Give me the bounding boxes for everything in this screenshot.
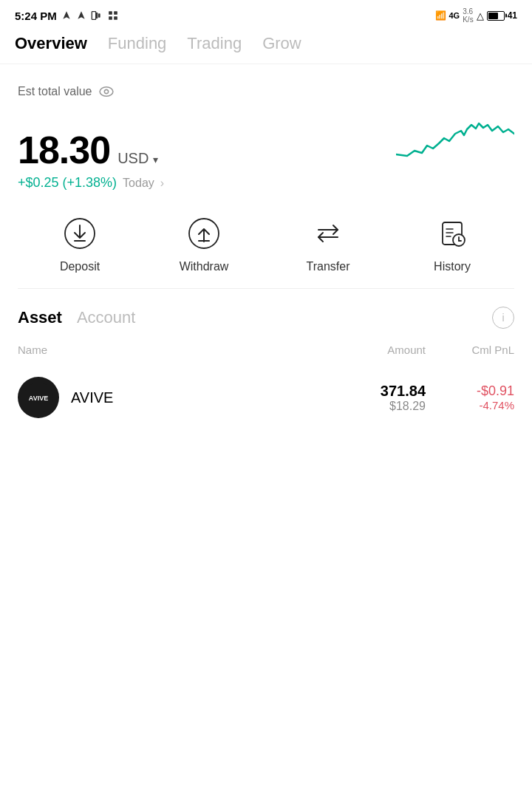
- history-button[interactable]: History: [390, 214, 514, 273]
- col-pnl-header: Cml PnL: [426, 344, 514, 356]
- asset-logo-avive: AVIVE: [18, 377, 59, 418]
- asset-pnl-value: -$0.91: [426, 383, 514, 399]
- asset-amount-usd: $18.29: [307, 400, 426, 413]
- svg-rect-5: [109, 16, 112, 20]
- location-icon: [61, 10, 72, 21]
- svg-rect-0: [92, 12, 95, 20]
- nfc-icon: [91, 10, 103, 21]
- svg-rect-6: [114, 16, 117, 20]
- top-navigation: Overview Funding Trading Grow: [0, 28, 532, 64]
- location-icon-2: [76, 10, 86, 21]
- svg-point-7: [100, 87, 113, 96]
- withdraw-icon: [185, 214, 223, 253]
- asset-amount-col: 371.84 $18.29: [307, 383, 426, 413]
- nav-trading[interactable]: Trading: [187, 34, 242, 53]
- history-icon: [433, 214, 471, 253]
- nav-funding[interactable]: Funding: [108, 34, 167, 53]
- battery-level: 41: [508, 10, 517, 21]
- deposit-button[interactable]: Deposit: [18, 214, 142, 273]
- svg-rect-2: [98, 13, 100, 17]
- action-buttons: Deposit Withdraw: [18, 214, 514, 289]
- mini-chart: [396, 103, 514, 169]
- speed-icon: 3.6K/s: [463, 7, 473, 24]
- status-bar: 5:24 PM 📶 4G 3.6K/s △ 41: [0, 0, 532, 28]
- info-icon[interactable]: i: [492, 307, 514, 329]
- deposit-label: Deposit: [60, 260, 100, 273]
- withdraw-button[interactable]: Withdraw: [142, 214, 266, 273]
- network-icon: 4G: [449, 11, 460, 20]
- asset-amount-main: 371.84: [307, 383, 426, 400]
- currency-label[interactable]: USD ▾: [117, 150, 158, 167]
- status-time: 5:24 PM: [15, 10, 119, 22]
- asset-account-tabs: Asset Account i: [18, 307, 514, 329]
- change-row: +$0.25 (+1.38%) Today ›: [18, 175, 514, 191]
- est-total-label: Est total value: [18, 85, 514, 98]
- svg-rect-1: [95, 13, 98, 18]
- history-label: History: [434, 260, 471, 273]
- today-label: Today: [123, 177, 154, 190]
- total-value-group: 18.30 USD ▾: [18, 128, 158, 172]
- battery-icon: [487, 11, 505, 21]
- status-indicators: 📶 4G 3.6K/s △ 41: [435, 7, 518, 24]
- grid-icon: [107, 10, 119, 21]
- asset-section: Asset Account i Name Amount Cml PnL AVIV…: [0, 289, 532, 418]
- asset-logo-text: AVIVE: [24, 383, 53, 412]
- asset-row[interactable]: AVIVE AVIVE 371.84 $18.29 -$0.91 -4.74%: [18, 377, 514, 418]
- svg-point-8: [104, 89, 108, 93]
- signal-icon: 📶: [435, 10, 446, 21]
- main-content: Est total value 18.30 USD ▾ +$0.25 (+1.3…: [0, 64, 532, 289]
- total-value-row: 18.30 USD ▾: [18, 103, 514, 172]
- withdraw-label: Withdraw: [180, 260, 229, 273]
- change-value: +$0.25 (+1.38%): [18, 175, 117, 191]
- svg-rect-4: [114, 11, 117, 15]
- time-text: 5:24 PM: [15, 10, 57, 22]
- nav-overview[interactable]: Overview: [15, 34, 87, 53]
- asset-pnl-pct: -4.74%: [426, 399, 514, 412]
- col-amount-header: Amount: [307, 344, 426, 356]
- col-name-header: Name: [18, 344, 307, 356]
- transfer-label: Transfer: [307, 260, 350, 273]
- svg-rect-3: [109, 11, 112, 15]
- tab-asset[interactable]: Asset: [18, 308, 77, 327]
- total-value: 18.30: [18, 128, 110, 172]
- asset-name-avive: AVIVE: [71, 389, 307, 406]
- est-label-text: Est total value: [18, 85, 92, 98]
- deposit-icon: [61, 214, 99, 253]
- asset-pnl-col: -$0.91 -4.74%: [426, 383, 514, 412]
- tab-account[interactable]: Account: [77, 308, 151, 327]
- nav-grow[interactable]: Grow: [262, 34, 301, 53]
- svg-text:AVIVE: AVIVE: [29, 395, 48, 402]
- eye-icon[interactable]: [98, 86, 115, 98]
- today-arrow-icon[interactable]: ›: [160, 177, 164, 190]
- alert-icon: △: [477, 10, 484, 21]
- transfer-button[interactable]: Transfer: [266, 214, 390, 273]
- column-headers: Name Amount Cml PnL: [18, 344, 514, 363]
- transfer-icon: [309, 214, 347, 253]
